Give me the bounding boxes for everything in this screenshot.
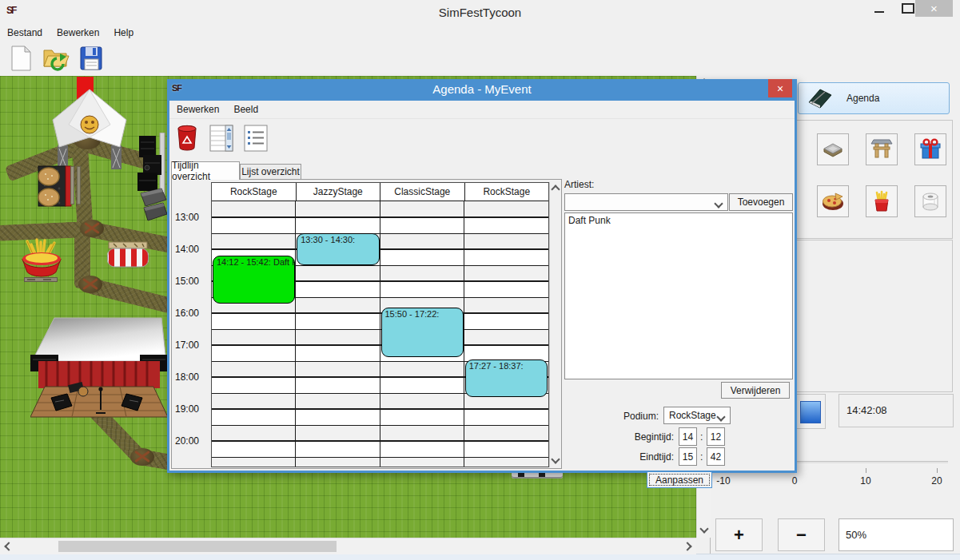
scroll-right-icon[interactable] — [680, 539, 695, 554]
dialog-body: Bewerken Beeld — [169, 101, 795, 471]
shop-gift-button[interactable] — [914, 133, 946, 165]
map-horizontal-scrollbar[interactable] — [0, 538, 696, 554]
time-label: 19:00 — [175, 403, 209, 415]
toilet-paper-icon — [918, 189, 942, 213]
shop-toilet-paper-button[interactable] — [914, 185, 946, 217]
end-minute-field[interactable]: 42 — [707, 447, 725, 466]
speaker-tower[interactable] — [137, 133, 168, 228]
artist-listbox[interactable]: Daft Punk — [564, 212, 793, 379]
shop-road-button[interactable] — [817, 133, 849, 165]
remove-artist-button[interactable]: Verwijderen — [721, 382, 790, 399]
pizza-icon — [821, 189, 845, 213]
schedule-event[interactable]: 14:12 - 15:42: Daft Punk — [213, 256, 295, 304]
main-stage[interactable] — [30, 316, 168, 422]
column-separator — [464, 201, 464, 467]
slider-tick-label: 0 — [780, 475, 809, 487]
grid-row — [212, 457, 548, 467]
trash-icon — [176, 125, 198, 152]
minimize-icon — [874, 11, 884, 13]
begin-hour-field[interactable]: 14 — [679, 427, 697, 446]
add-artist-button[interactable]: Toevoegen — [729, 193, 793, 211]
podium-combobox[interactable]: RockStage — [663, 407, 731, 424]
begin-time-label: Begintijd: — [613, 431, 674, 443]
artist-combobox[interactable] — [564, 193, 728, 211]
timeline-view-button[interactable] — [208, 123, 235, 153]
slider-tick-label: 20 — [922, 475, 951, 487]
tab-list-overview[interactable]: Lijst overzicht — [240, 164, 301, 180]
fries-icon — [870, 189, 894, 213]
menu-bewerken[interactable]: Bewerken — [50, 27, 106, 38]
zoom-out-button[interactable]: − — [778, 518, 825, 551]
menu-help[interactable]: Help — [106, 27, 141, 38]
schedule-scroll-up-icon[interactable] — [548, 182, 563, 197]
application-window: SF SimFestTycoon × Bestand Bewerken Help — [0, 0, 960, 560]
window-title: SimFestTycoon — [0, 6, 960, 19]
map-hscroll-thumb[interactable] — [58, 541, 337, 552]
grid-row — [212, 201, 548, 217]
agenda-button[interactable]: Agenda — [798, 82, 950, 114]
maximize-icon — [902, 3, 914, 14]
dialog-close-button[interactable]: × — [768, 79, 792, 97]
delete-event-button[interactable] — [173, 123, 201, 153]
end-time-label: Eindtijd: — [613, 451, 674, 463]
podium-label: Podium: — [617, 411, 659, 422]
schedule-event[interactable]: 17:27 - 18:37: — [465, 359, 548, 397]
stage-column-header: RockStage — [212, 183, 297, 201]
shop-pizza-button[interactable] — [817, 185, 849, 217]
list-view-button[interactable] — [242, 123, 269, 153]
play-button[interactable] — [800, 401, 821, 423]
hour-line — [212, 408, 548, 410]
new-file-button[interactable] — [6, 43, 35, 73]
fries-stand[interactable] — [19, 238, 64, 278]
schedule-grid[interactable]: RockStageJazzyStageClassicStageRockStage… — [211, 182, 549, 467]
schedule-event[interactable]: 13:30 - 14:30: — [297, 233, 379, 265]
schedule-scrollbar[interactable] — [549, 182, 561, 467]
clock-value: 14:42:08 — [846, 404, 887, 416]
grid-row — [212, 345, 548, 361]
stage-column-headers: RockStageJazzyStageClassicStageRockStage — [212, 183, 548, 201]
drinks-stand[interactable] — [107, 240, 149, 268]
scroll-down-icon[interactable] — [697, 522, 711, 536]
tent[interactable] — [48, 88, 131, 173]
save-button[interactable] — [77, 43, 106, 73]
grid-row — [212, 409, 548, 425]
dialog-menu-beeld[interactable]: Beeld — [226, 104, 265, 115]
schedule-event[interactable]: 15:50 - 17:22: — [381, 308, 464, 356]
clock-display: 14:42:08 — [839, 394, 954, 427]
apply-button[interactable]: Aanpassen — [647, 471, 712, 488]
shop-fries-button[interactable] — [866, 185, 898, 217]
dialog-title: Agenda - MyEvent — [167, 79, 797, 101]
burger-stand[interactable] — [37, 165, 74, 208]
grid-row — [212, 441, 548, 457]
half-hour-line — [212, 329, 548, 330]
schedule-panel: 13:0014:0015:0016:0017:0018:0019:0020:00… — [171, 179, 562, 469]
time-label: 17:00 — [175, 340, 209, 351]
minimize-button[interactable] — [866, 0, 893, 17]
grid-row — [212, 217, 548, 233]
info-box — [796, 240, 953, 392]
zoom-in-button[interactable]: + — [715, 518, 763, 551]
dialog-menu-bewerken[interactable]: Bewerken — [169, 104, 226, 115]
half-hour-line — [212, 233, 548, 234]
list-view-icon — [244, 125, 268, 152]
close-button[interactable]: × — [915, 0, 953, 17]
schedule-grid-body[interactable]: 13:30 - 14:30:14:12 - 15:42: Daft Punk15… — [212, 201, 548, 467]
road-tile-icon — [821, 137, 845, 161]
end-hour-field[interactable]: 15 — [679, 447, 697, 466]
tab-timeline-overview[interactable]: Tijdlijn overzicht — [171, 161, 240, 180]
time-label: 14:00 — [175, 244, 209, 255]
menu-bestand[interactable]: Bestand — [0, 27, 50, 38]
podium-combobox-value: RockStage — [669, 410, 716, 421]
chevron-down-icon — [714, 199, 723, 208]
shop-gate-button[interactable] — [866, 133, 898, 165]
time-label: 20:00 — [175, 435, 209, 447]
time-separator: : — [700, 451, 703, 463]
scroll-left-icon[interactable] — [2, 539, 16, 554]
begin-minute-field[interactable]: 12 — [707, 427, 725, 446]
status-bar — [0, 554, 960, 560]
chevron-down-icon — [716, 412, 725, 421]
artist-list-item[interactable]: Daft Punk — [565, 213, 792, 228]
hour-line — [212, 216, 548, 218]
schedule-scroll-down-icon[interactable] — [548, 452, 563, 467]
open-file-button[interactable] — [42, 43, 70, 73]
